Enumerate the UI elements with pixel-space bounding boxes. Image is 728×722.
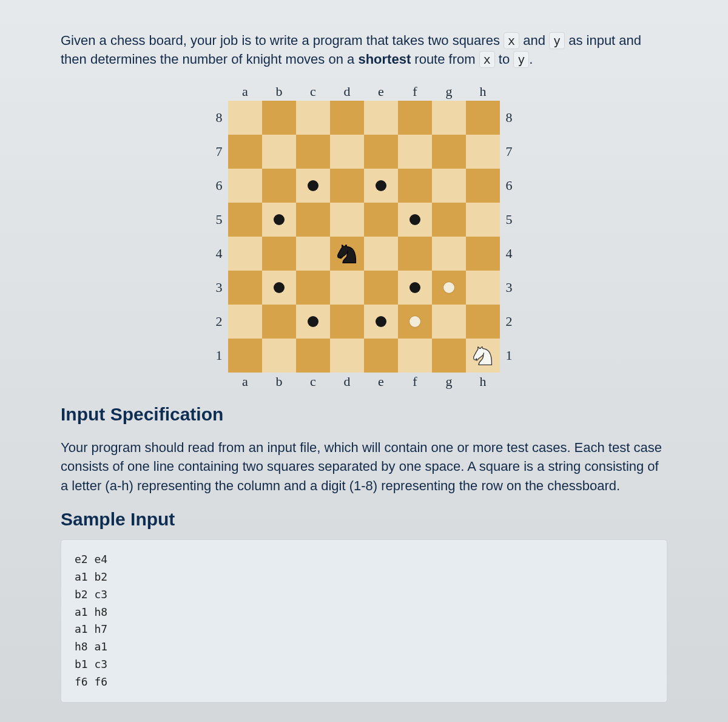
- square-d5: [330, 203, 364, 237]
- rank-label-right: 3: [506, 280, 513, 295]
- square-f4: [398, 237, 432, 271]
- square-d6: [330, 169, 364, 203]
- square-e6: [364, 169, 398, 203]
- square-g2: [432, 305, 466, 339]
- square-h8: [466, 101, 500, 135]
- square-b4: [262, 237, 296, 271]
- square-g6: [432, 169, 466, 203]
- square-f6: [398, 169, 432, 203]
- rank-label-right: 8: [506, 110, 513, 126]
- code-x: x: [479, 51, 495, 68]
- file-label-bottom: f: [413, 374, 417, 390]
- square-b2: [262, 305, 296, 339]
- square-c7: [296, 135, 330, 169]
- square-g1: [432, 339, 466, 373]
- rank-label-right: 2: [506, 314, 513, 329]
- square-d7: [330, 135, 364, 169]
- move-dot: [274, 282, 285, 293]
- move-dot-light: [410, 316, 420, 327]
- rank-label-right: 1: [506, 348, 513, 363]
- square-g7: [432, 135, 466, 169]
- square-a7: [228, 135, 262, 169]
- square-g5: [432, 203, 466, 237]
- square-e8: [364, 101, 398, 135]
- square-c1: [296, 339, 330, 373]
- sample-input-heading: Sample Input: [61, 509, 667, 530]
- square-b5: [262, 203, 296, 237]
- rank-label-left: 2: [216, 314, 223, 329]
- square-a3: [228, 271, 262, 305]
- rank-label-left: 4: [216, 246, 223, 261]
- sample-input-block: e2 e4 a1 b2 b2 c3 a1 h8 a1 h7 h8 a1 b1 c…: [61, 539, 667, 702]
- move-dot: [308, 180, 318, 191]
- intro-text: and: [519, 33, 549, 48]
- square-a1: [228, 339, 262, 373]
- rank-label-right: 7: [506, 144, 513, 160]
- file-label-top: g: [446, 84, 453, 100]
- rank-label-right: 4: [506, 246, 513, 261]
- file-label-top: c: [310, 84, 316, 100]
- file-label-bottom: c: [310, 374, 316, 390]
- move-dot: [410, 282, 420, 293]
- intro-paragraph: Given a chess board, your job is to writ…: [61, 32, 667, 69]
- move-dot: [410, 214, 420, 225]
- input-spec-text: Your program should read from an input f…: [61, 438, 667, 496]
- move-dot: [274, 214, 285, 225]
- file-label-top: b: [276, 84, 283, 100]
- square-d4: [330, 237, 364, 271]
- square-g3: [432, 271, 466, 305]
- square-h4: [466, 237, 500, 271]
- square-b6: [262, 169, 296, 203]
- problem-page: Given a chess board, your job is to writ…: [0, 0, 728, 722]
- square-e3: [364, 271, 398, 305]
- rank-label-left: 7: [216, 144, 223, 160]
- square-a4: [228, 237, 262, 271]
- square-e5: [364, 203, 398, 237]
- file-label-bottom: e: [378, 374, 384, 390]
- square-e2: [364, 305, 398, 339]
- square-c2: [296, 305, 330, 339]
- file-label-top: a: [242, 84, 248, 100]
- file-label-bottom: b: [276, 374, 283, 390]
- file-label-top: h: [480, 84, 487, 100]
- square-f8: [398, 101, 432, 135]
- square-b3: [262, 271, 296, 305]
- intro-text: to: [495, 52, 514, 67]
- file-label-top: f: [413, 84, 417, 100]
- rank-label-right: 5: [506, 212, 513, 228]
- intro-text: Given a chess board, your job is to writ…: [61, 33, 504, 48]
- square-e1: [364, 339, 398, 373]
- intro-text: .: [529, 52, 533, 67]
- square-f5: [398, 203, 432, 237]
- chessboard: abcdefgh887766554 433221 1abcdefgh: [210, 83, 518, 391]
- square-b8: [262, 101, 296, 135]
- square-a8: [228, 101, 262, 135]
- rank-label-left: 8: [216, 110, 223, 126]
- input-spec-heading: Input Specification: [61, 404, 667, 425]
- square-c8: [296, 101, 330, 135]
- code-x: x: [504, 32, 519, 49]
- square-f7: [398, 135, 432, 169]
- rank-label-left: 1: [216, 348, 223, 363]
- square-c5: [296, 203, 330, 237]
- move-dot: [376, 316, 386, 327]
- square-c3: [296, 271, 330, 305]
- square-b1: [262, 339, 296, 373]
- square-h5: [466, 203, 500, 237]
- move-dot-light: [443, 282, 454, 293]
- rank-label-right: 6: [506, 178, 513, 194]
- square-d2: [330, 305, 364, 339]
- file-label-bottom: d: [344, 374, 351, 390]
- square-f1: [398, 339, 432, 373]
- square-h3: [466, 271, 500, 305]
- move-dot: [308, 316, 318, 327]
- rank-label-left: 5: [216, 212, 223, 228]
- square-a6: [228, 169, 262, 203]
- square-h1: [466, 339, 500, 373]
- rank-label-left: 6: [216, 178, 223, 194]
- file-label-bottom: h: [480, 374, 487, 390]
- code-y: y: [513, 51, 529, 68]
- square-e7: [364, 135, 398, 169]
- square-h7: [466, 135, 500, 169]
- intro-bold: shortest: [358, 52, 411, 67]
